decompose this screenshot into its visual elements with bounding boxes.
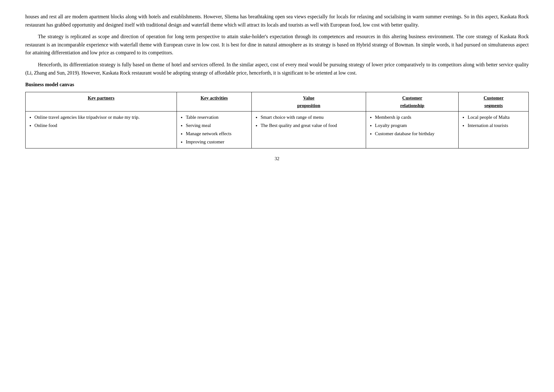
list-item: Customer database for birthday <box>375 130 455 137</box>
list-item: Online travel agencies like tripadvisor … <box>34 113 173 121</box>
paragraph-2: The strategy is replicated as scope and … <box>25 33 529 57</box>
list-item: The Best quality and great value of food <box>261 122 363 129</box>
key-partners-cell: Online travel agencies like tripadvisor … <box>26 111 177 148</box>
customer-relationship-cell: Membersh ip cards Loyalty program Custom… <box>366 111 459 148</box>
section-title: Business model canvas <box>25 81 529 89</box>
col-header-value: Valueproposition <box>251 92 366 111</box>
list-item: Table reservation <box>186 113 248 121</box>
col-header-customer-relationship: Customerrelationship <box>366 92 459 111</box>
list-item: Smart choice with range of menu <box>261 113 363 121</box>
list-item: Membersh ip cards <box>375 113 455 121</box>
list-item: Serving meal <box>186 122 248 129</box>
customer-segments-cell: Local people of Malta Internation al tou… <box>459 111 529 148</box>
col-header-key-activities: Key activities <box>177 92 252 111</box>
list-item: Improving customer <box>186 138 248 146</box>
table-row: Online travel agencies like tripadvisor … <box>26 111 529 148</box>
list-item: Manage network effects <box>186 130 248 137</box>
list-item: Loyalty program <box>375 122 455 129</box>
list-item: Online food <box>34 122 173 129</box>
col-header-key-partners: Key partners <box>26 92 177 111</box>
page-number: 32 <box>25 155 529 162</box>
list-item: Local people of Malta <box>467 113 525 121</box>
paragraph-3: Henceforth, its differentiation strategy… <box>25 61 529 77</box>
list-item: Internation al tourists <box>467 122 525 129</box>
paragraph-1: houses and rest all are modern apartment… <box>25 13 529 29</box>
col-header-customer-segments: Customersegments <box>459 92 529 111</box>
business-model-canvas-table: Key partners Key activities Valueproposi… <box>25 92 529 148</box>
value-proposition-cell: Smart choice with range of menu The Best… <box>251 111 366 148</box>
key-activities-cell: Table reservation Serving meal Manage ne… <box>177 111 252 148</box>
